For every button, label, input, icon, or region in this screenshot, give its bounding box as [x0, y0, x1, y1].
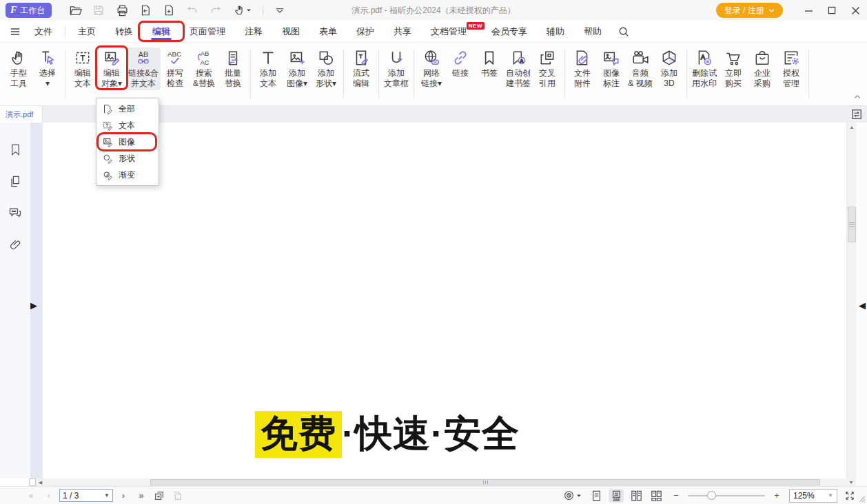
- menu-item-form[interactable]: 表单: [309, 21, 347, 42]
- document-page[interactable]: 免费·快速·安全: [43, 123, 846, 479]
- ribbon-link-merge-text[interactable]: AB 链接&合并文本: [126, 48, 161, 90]
- ribbon-license-management[interactable]: 授权管理: [777, 48, 806, 90]
- last-page-button[interactable]: »: [134, 489, 149, 503]
- menu-item-page-management[interactable]: 页面管理: [180, 21, 235, 42]
- ribbon-link[interactable]: 链接: [446, 48, 475, 80]
- ribbon-add-article-box[interactable]: 添加文章框: [382, 48, 411, 90]
- ribbon-web-link[interactable]: 网络链接▾: [417, 48, 446, 90]
- page-number-input[interactable]: 1 / 3 ▼: [59, 489, 113, 502]
- ribbon-mode-chevron-icon[interactable]: [272, 2, 288, 19]
- horizontal-scroll-thumb[interactable]: [150, 479, 820, 485]
- menu-item-convert[interactable]: 转换: [105, 21, 143, 42]
- dropdown-item-image[interactable]: 图像: [96, 134, 159, 150]
- ribbon-add-shape[interactable]: 添加形状▾: [312, 48, 340, 90]
- dropdown-item-all[interactable]: 全部: [96, 101, 159, 117]
- facing-continuous-view-button[interactable]: [649, 489, 664, 503]
- ribbon-search-replace[interactable]: ABAC 搜索&替换: [190, 48, 218, 90]
- scrollbar-splitter-box[interactable]: [29, 479, 36, 486]
- previous-page-button[interactable]: ‹: [41, 489, 57, 503]
- login-register-button[interactable]: 登录 / 注册: [716, 3, 783, 18]
- dropdown-item-shape[interactable]: 形状: [96, 150, 159, 167]
- ribbon-edit-text[interactable]: 编辑文本: [68, 48, 97, 90]
- window-resize-grip[interactable]: [857, 494, 866, 503]
- ribbon-flow-edit[interactable]: 流式编辑: [347, 48, 376, 90]
- zoom-slider[interactable]: [688, 495, 765, 496]
- tab-swap-icon[interactable]: [846, 106, 867, 123]
- ribbon-file-attachment[interactable]: 文件附件: [568, 48, 597, 90]
- zoom-in-button[interactable]: +: [769, 489, 784, 503]
- workspace-button[interactable]: F 工作台: [6, 3, 52, 18]
- panel-expand-handle-right[interactable]: ◀: [859, 300, 866, 311]
- minimize-button[interactable]: [797, 0, 820, 21]
- ribbon-hand-tool[interactable]: 手型工具: [4, 48, 33, 90]
- pages-panel-icon[interactable]: [8, 174, 23, 189]
- menu-item-member[interactable]: 会员专享: [482, 21, 537, 42]
- first-page-button[interactable]: «: [23, 489, 39, 503]
- undo-icon[interactable]: [184, 2, 201, 19]
- print-icon[interactable]: [114, 2, 130, 19]
- menu-item-share[interactable]: 共享: [384, 21, 421, 42]
- next-page-button[interactable]: ›: [116, 489, 131, 503]
- touch-mode-button[interactable]: [231, 2, 254, 19]
- scroll-down-icon[interactable]: ▼: [846, 479, 856, 486]
- ribbon-buy-now[interactable]: 立即购买: [719, 48, 748, 90]
- zoom-dropdown-caret-icon[interactable]: ▼: [828, 492, 833, 498]
- ribbon-add-3d[interactable]: 添加3D: [655, 48, 684, 90]
- facing-view-button[interactable]: [629, 489, 644, 503]
- scroll-up-icon[interactable]: ▲: [847, 123, 857, 132]
- save-icon[interactable]: [90, 2, 107, 19]
- single-page-view-button[interactable]: [589, 489, 604, 503]
- next-view-button[interactable]: [170, 489, 185, 503]
- maximize-button[interactable]: [820, 0, 844, 21]
- ribbon-add-text[interactable]: 添加文本: [254, 48, 283, 90]
- zoom-level-input[interactable]: 125% ▼: [789, 489, 837, 503]
- zoom-slider-knob[interactable]: [707, 491, 716, 500]
- page-dropdown-caret-icon[interactable]: ▼: [104, 492, 110, 498]
- tab-demo-pdf[interactable]: 演示.pdf: [0, 106, 43, 123]
- export-page-icon[interactable]: [137, 2, 154, 19]
- ribbon-auto-bookmark[interactable]: A 自动创建书签: [504, 48, 533, 90]
- panel-expand-handle-left[interactable]: ▶: [30, 300, 37, 311]
- bookmarks-panel-icon[interactable]: [8, 142, 23, 157]
- ribbon-remove-trial-watermark[interactable]: A 删除试用水印: [690, 48, 719, 90]
- ribbon-batch-replace[interactable]: 批量替换: [218, 48, 247, 90]
- search-icon[interactable]: [611, 21, 636, 42]
- hamburger-icon[interactable]: [0, 21, 25, 42]
- zoom-out-button[interactable]: −: [669, 489, 684, 503]
- menu-item-assist[interactable]: 辅助: [537, 21, 574, 42]
- dropdown-item-gradient[interactable]: 渐变: [96, 167, 159, 183]
- scroll-left-icon[interactable]: ◀: [36, 479, 45, 486]
- dropdown-item-text[interactable]: 文本: [96, 117, 159, 134]
- ribbon-add-image[interactable]: 添加图像▾: [283, 48, 312, 90]
- ribbon-enterprise-purchase[interactable]: 企业采购: [748, 48, 777, 90]
- menu-item-file[interactable]: 文件: [25, 21, 62, 42]
- redo-icon[interactable]: [207, 2, 224, 19]
- view-rotate-button[interactable]: [562, 489, 584, 503]
- menu-item-doc-management[interactable]: 文档管理NEW: [421, 21, 476, 42]
- ribbon-select[interactable]: 选择▾: [33, 48, 62, 90]
- ribbon-cross-reference[interactable]: 交叉引用: [533, 48, 562, 90]
- menu-item-protect[interactable]: 保护: [347, 21, 384, 42]
- ribbon-image-annotation[interactable]: 图像标注: [597, 48, 626, 90]
- continuous-view-button[interactable]: [609, 489, 624, 503]
- close-button[interactable]: [844, 0, 867, 21]
- menu-item-home[interactable]: 主页: [68, 21, 105, 42]
- comments-panel-icon[interactable]: [8, 205, 23, 220]
- attachments-panel-icon[interactable]: [8, 237, 23, 252]
- horizontal-scrollbar[interactable]: ◀ ▶: [36, 479, 856, 486]
- ribbon-audio-video[interactable]: 音频& 视频: [626, 48, 655, 90]
- open-folder-icon[interactable]: [67, 2, 83, 19]
- ribbon-bookmark[interactable]: 书签: [475, 48, 504, 80]
- menu-item-edit[interactable]: 编辑: [143, 21, 180, 42]
- ribbon-spell-check[interactable]: ABC 拼写检查: [161, 48, 190, 90]
- new-page-icon[interactable]: [161, 2, 177, 19]
- fullscreen-button[interactable]: [842, 489, 857, 503]
- menu-item-view[interactable]: 视图: [272, 21, 309, 42]
- ribbon-collapse-icon[interactable]: [853, 93, 861, 101]
- vertical-scroll-thumb[interactable]: [848, 207, 856, 242]
- menu-item-help[interactable]: 帮助: [574, 21, 611, 42]
- previous-view-button[interactable]: [152, 489, 167, 503]
- vertical-scrollbar[interactable]: ▲: [846, 123, 856, 486]
- menu-item-comment[interactable]: 注释: [235, 21, 272, 42]
- ribbon-edit-object[interactable]: 编辑对象▾: [97, 48, 126, 90]
